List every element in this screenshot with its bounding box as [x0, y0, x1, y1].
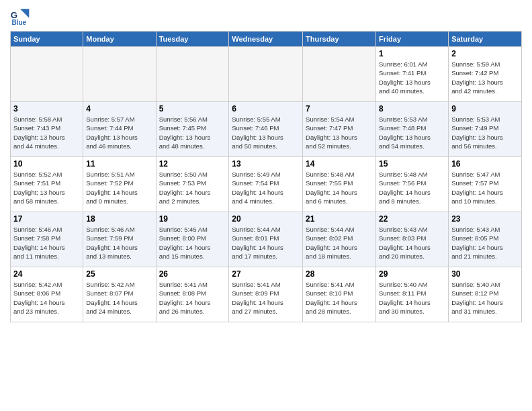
day-number: 22	[379, 214, 445, 224]
day-number: 27	[232, 269, 300, 279]
day-detail: Sunrise: 5:45 AM Sunset: 8:00 PM Dayligh…	[159, 225, 226, 261]
calendar-cell: 25Sunrise: 5:42 AM Sunset: 8:07 PM Dayli…	[83, 267, 156, 322]
calendar-cell: 28Sunrise: 5:41 AM Sunset: 8:10 PM Dayli…	[303, 267, 376, 322]
day-detail: Sunrise: 5:44 AM Sunset: 8:01 PM Dayligh…	[232, 225, 300, 261]
calendar-cell: 9Sunrise: 5:53 AM Sunset: 7:49 PM Daylig…	[449, 102, 522, 157]
calendar-cell	[156, 47, 229, 102]
calendar-cell: 5Sunrise: 5:56 AM Sunset: 7:45 PM Daylig…	[156, 102, 229, 157]
day-number: 28	[306, 269, 373, 279]
day-number: 24	[13, 269, 80, 279]
day-number: 29	[379, 269, 445, 279]
calendar-cell: 26Sunrise: 5:41 AM Sunset: 8:08 PM Dayli…	[156, 267, 229, 322]
day-detail: Sunrise: 5:55 AM Sunset: 7:46 PM Dayligh…	[232, 115, 300, 150]
day-detail: Sunrise: 5:41 AM Sunset: 8:10 PM Dayligh…	[306, 280, 373, 316]
calendar-week-5: 24Sunrise: 5:42 AM Sunset: 8:06 PM Dayli…	[11, 267, 522, 322]
day-detail: Sunrise: 5:50 AM Sunset: 7:53 PM Dayligh…	[159, 170, 226, 205]
calendar-cell: 1Sunrise: 6:01 AM Sunset: 7:41 PM Daylig…	[376, 47, 449, 102]
calendar-cell: 6Sunrise: 5:55 AM Sunset: 7:46 PM Daylig…	[229, 102, 303, 157]
day-detail: Sunrise: 5:47 AM Sunset: 7:57 PM Dayligh…	[451, 170, 519, 205]
day-number: 10	[13, 159, 80, 169]
calendar-cell: 29Sunrise: 5:40 AM Sunset: 8:11 PM Dayli…	[376, 267, 449, 322]
day-number: 14	[306, 159, 373, 169]
calendar-cell	[83, 47, 156, 102]
day-number: 4	[86, 104, 152, 113]
day-detail: Sunrise: 5:42 AM Sunset: 8:06 PM Dayligh…	[13, 280, 80, 316]
calendar-cell: 3Sunrise: 5:58 AM Sunset: 7:43 PM Daylig…	[11, 102, 83, 157]
weekday-header-tuesday: Tuesday	[156, 32, 229, 47]
calendar-cell: 24Sunrise: 5:42 AM Sunset: 8:06 PM Dayli…	[11, 267, 83, 322]
day-detail: Sunrise: 5:41 AM Sunset: 8:08 PM Dayligh…	[159, 280, 226, 316]
calendar-cell: 15Sunrise: 5:48 AM Sunset: 7:56 PM Dayli…	[376, 157, 449, 212]
calendar-cell: 7Sunrise: 5:54 AM Sunset: 7:47 PM Daylig…	[303, 102, 376, 157]
day-number: 11	[86, 159, 152, 169]
day-detail: Sunrise: 5:51 AM Sunset: 7:52 PM Dayligh…	[86, 170, 152, 205]
calendar-cell: 19Sunrise: 5:45 AM Sunset: 8:00 PM Dayli…	[156, 212, 229, 267]
calendar-cell: 27Sunrise: 5:41 AM Sunset: 8:09 PM Dayli…	[229, 267, 303, 322]
day-detail: Sunrise: 5:40 AM Sunset: 8:11 PM Dayligh…	[379, 280, 445, 316]
calendar-cell: 2Sunrise: 5:59 AM Sunset: 7:42 PM Daylig…	[449, 47, 522, 102]
day-detail: Sunrise: 6:01 AM Sunset: 7:41 PM Dayligh…	[379, 60, 445, 95]
day-number: 12	[159, 159, 226, 169]
weekday-header-thursday: Thursday	[303, 32, 376, 47]
day-detail: Sunrise: 5:43 AM Sunset: 8:05 PM Dayligh…	[451, 225, 519, 261]
day-detail: Sunrise: 5:59 AM Sunset: 7:42 PM Dayligh…	[451, 60, 519, 95]
day-detail: Sunrise: 5:43 AM Sunset: 8:03 PM Dayligh…	[379, 225, 445, 261]
day-number: 15	[379, 159, 445, 169]
calendar-week-3: 10Sunrise: 5:52 AM Sunset: 7:51 PM Dayli…	[11, 157, 522, 212]
calendar-cell: 21Sunrise: 5:44 AM Sunset: 8:02 PM Dayli…	[303, 212, 376, 267]
day-number: 9	[451, 104, 519, 113]
calendar-cell: 10Sunrise: 5:52 AM Sunset: 7:51 PM Dayli…	[11, 157, 83, 212]
calendar-cell: 23Sunrise: 5:43 AM Sunset: 8:05 PM Dayli…	[449, 212, 522, 267]
calendar-cell: 16Sunrise: 5:47 AM Sunset: 7:57 PM Dayli…	[449, 157, 522, 212]
calendar-cell: 8Sunrise: 5:53 AM Sunset: 7:48 PM Daylig…	[376, 102, 449, 157]
day-detail: Sunrise: 5:44 AM Sunset: 8:02 PM Dayligh…	[306, 225, 373, 261]
calendar-cell	[229, 47, 303, 102]
calendar-week-4: 17Sunrise: 5:46 AM Sunset: 7:58 PM Dayli…	[11, 212, 522, 267]
day-number: 6	[232, 104, 300, 113]
calendar-table: SundayMondayTuesdayWednesdayThursdayFrid…	[10, 31, 522, 322]
day-detail: Sunrise: 5:46 AM Sunset: 7:58 PM Dayligh…	[13, 225, 80, 261]
calendar-week-1: 1Sunrise: 6:01 AM Sunset: 7:41 PM Daylig…	[11, 47, 522, 102]
svg-marker-2	[20, 9, 29, 17]
day-number: 19	[159, 214, 226, 224]
calendar-cell: 20Sunrise: 5:44 AM Sunset: 8:01 PM Dayli…	[229, 212, 303, 267]
day-number: 5	[159, 104, 226, 113]
calendar-week-2: 3Sunrise: 5:58 AM Sunset: 7:43 PM Daylig…	[11, 102, 522, 157]
calendar-cell: 18Sunrise: 5:46 AM Sunset: 7:59 PM Dayli…	[83, 212, 156, 267]
weekday-header-friday: Friday	[376, 32, 449, 47]
logo: G Blue	[10, 7, 32, 27]
day-number: 13	[232, 159, 300, 169]
day-detail: Sunrise: 5:49 AM Sunset: 7:54 PM Dayligh…	[232, 170, 300, 205]
day-number: 20	[232, 214, 300, 224]
calendar-cell: 17Sunrise: 5:46 AM Sunset: 7:58 PM Dayli…	[11, 212, 83, 267]
day-number: 18	[86, 214, 152, 224]
day-number: 21	[306, 214, 373, 224]
calendar-cell: 4Sunrise: 5:57 AM Sunset: 7:44 PM Daylig…	[83, 102, 156, 157]
day-detail: Sunrise: 5:48 AM Sunset: 7:56 PM Dayligh…	[379, 170, 445, 205]
day-number: 2	[451, 49, 519, 58]
day-number: 26	[159, 269, 226, 279]
day-number: 3	[13, 104, 80, 113]
day-detail: Sunrise: 5:40 AM Sunset: 8:12 PM Dayligh…	[451, 280, 519, 316]
calendar-cell: 14Sunrise: 5:48 AM Sunset: 7:55 PM Dayli…	[303, 157, 376, 212]
day-detail: Sunrise: 5:41 AM Sunset: 8:09 PM Dayligh…	[232, 280, 300, 316]
day-detail: Sunrise: 5:58 AM Sunset: 7:43 PM Dayligh…	[13, 115, 80, 150]
day-number: 25	[86, 269, 152, 279]
day-number: 16	[451, 159, 519, 169]
day-detail: Sunrise: 5:54 AM Sunset: 7:47 PM Dayligh…	[306, 115, 373, 150]
weekday-header-saturday: Saturday	[449, 32, 522, 47]
day-number: 30	[451, 269, 519, 279]
day-detail: Sunrise: 5:52 AM Sunset: 7:51 PM Dayligh…	[13, 170, 80, 205]
day-detail: Sunrise: 5:46 AM Sunset: 7:59 PM Dayligh…	[86, 225, 152, 261]
day-number: 7	[306, 104, 373, 113]
weekday-header-monday: Monday	[83, 32, 156, 47]
calendar-cell: 12Sunrise: 5:50 AM Sunset: 7:53 PM Dayli…	[156, 157, 229, 212]
day-number: 23	[451, 214, 519, 224]
calendar-cell: 22Sunrise: 5:43 AM Sunset: 8:03 PM Dayli…	[376, 212, 449, 267]
weekday-header-sunday: Sunday	[11, 32, 83, 47]
calendar-header: SundayMondayTuesdayWednesdayThursdayFrid…	[11, 32, 522, 47]
day-number: 17	[13, 214, 80, 224]
weekday-header-wednesday: Wednesday	[229, 32, 303, 47]
day-detail: Sunrise: 5:53 AM Sunset: 7:48 PM Dayligh…	[379, 115, 445, 150]
day-detail: Sunrise: 5:48 AM Sunset: 7:55 PM Dayligh…	[306, 170, 373, 205]
